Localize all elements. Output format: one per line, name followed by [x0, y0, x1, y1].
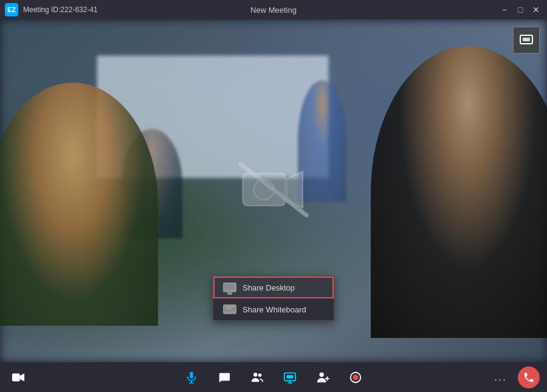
toolbar-right: ...: [489, 366, 540, 388]
screen-share-corner-button[interactable]: [513, 27, 540, 53]
share-whiteboard-option[interactable]: Share Whiteboard: [213, 298, 334, 320]
title-bar-left: EZ Meeting ID:222-632-41: [5, 3, 98, 16]
share-desktop-label: Share Desktop: [243, 283, 295, 292]
toolbar-left: [7, 366, 29, 388]
title-bar: EZ Meeting ID:222-632-41 New Meeting − □…: [0, 0, 547, 19]
svg-rect-14: [12, 373, 20, 381]
chat-button[interactable]: [213, 366, 235, 388]
toolbar: ...: [0, 362, 547, 392]
svg-rect-22: [287, 375, 294, 379]
minimize-button[interactable]: −: [498, 4, 511, 16]
close-button[interactable]: ✕: [530, 4, 542, 16]
maximize-button[interactable]: □: [514, 4, 526, 16]
participants-button[interactable]: [246, 366, 268, 388]
share-popup-menu: Share Desktop Share Whiteboard: [213, 276, 334, 321]
svg-rect-6: [224, 283, 236, 291]
title-bar-controls: − □ ✕: [498, 4, 542, 16]
whiteboard-icon: [223, 304, 236, 314]
video-area: Share Desktop Share Whiteboard: [0, 19, 547, 362]
camera-off-overlay: [237, 153, 310, 229]
end-call-button[interactable]: [518, 366, 540, 388]
more-options-button[interactable]: ...: [489, 368, 512, 386]
svg-point-29: [353, 374, 358, 380]
svg-point-19: [253, 373, 257, 376]
desktop-icon: [223, 283, 236, 292]
camera-button[interactable]: [7, 366, 29, 388]
svg-rect-5: [523, 38, 530, 41]
app-logo: EZ: [5, 3, 18, 16]
meeting-id: Meeting ID:222-632-41: [23, 5, 98, 14]
share-whiteboard-label: Share Whiteboard: [243, 305, 306, 314]
microphone-button[interactable]: [181, 366, 202, 388]
toolbar-center: [181, 366, 366, 388]
record-button[interactable]: [345, 366, 366, 388]
screen-share-button[interactable]: [279, 366, 301, 388]
add-user-button[interactable]: [312, 366, 334, 388]
svg-point-20: [258, 373, 261, 377]
svg-marker-15: [20, 373, 24, 381]
svg-rect-16: [190, 371, 193, 378]
svg-point-25: [320, 372, 324, 376]
window-title: New Meeting: [250, 5, 297, 15]
share-desktop-option[interactable]: Share Desktop: [213, 277, 334, 298]
